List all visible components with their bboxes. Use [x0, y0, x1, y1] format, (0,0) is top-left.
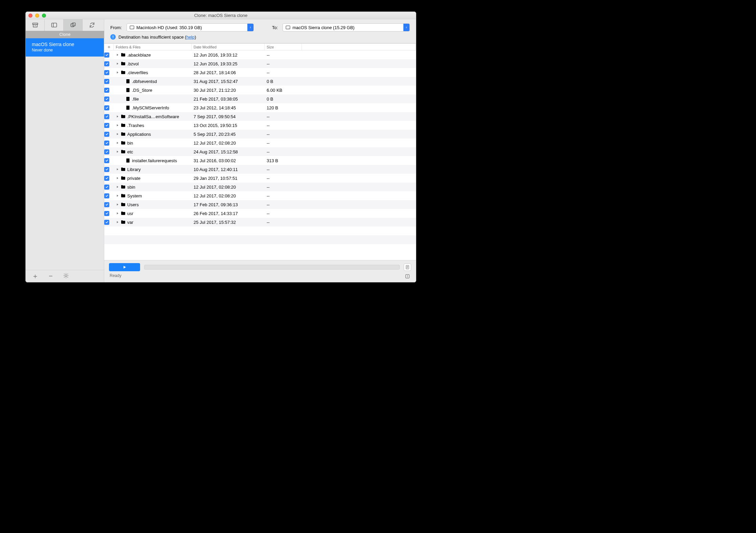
disclosure-triangle[interactable]: [116, 141, 119, 145]
row-checkbox[interactable]: [104, 79, 109, 84]
destination-selector[interactable]: macOS Sierra clone (15.29 GB): [283, 23, 410, 31]
disclosure-triangle[interactable]: [116, 220, 119, 224]
row-size: 0 B: [265, 77, 302, 86]
row-size: --: [265, 191, 302, 200]
row-checkbox[interactable]: [104, 141, 109, 146]
table-row[interactable]: .MySCMServerInfo23 Jul 2012, 14:18:45120…: [104, 103, 416, 112]
row-name: .DS_Store: [132, 88, 152, 93]
table-row[interactable]: .file21 Feb 2017, 03:38:050 B: [104, 94, 416, 103]
row-size: 120 B: [265, 103, 302, 112]
table-row[interactable]: installer.failurerequests31 Jul 2016, 03…: [104, 156, 416, 165]
row-checkbox[interactable]: [104, 61, 109, 66]
run-button[interactable]: [109, 263, 140, 271]
disclosure-triangle[interactable]: [116, 150, 119, 153]
table-row[interactable]: etc24 Aug 2017, 15:12:58--: [104, 147, 416, 156]
disclosure-triangle[interactable]: [116, 115, 119, 118]
disclosure-triangle[interactable]: [116, 53, 119, 57]
row-checkbox[interactable]: [104, 114, 109, 119]
row-size: --: [265, 183, 302, 191]
issues-button[interactable]: [404, 273, 410, 279]
disclosure-triangle[interactable]: [116, 168, 119, 171]
table-row[interactable]: Library10 Aug 2017, 12:40:11--: [104, 165, 416, 174]
table-row[interactable]: .PKInstallSa…emSoftware7 Sep 2017, 09:50…: [104, 112, 416, 121]
row-size: --: [265, 138, 302, 147]
remove-task-button[interactable]: −: [49, 272, 53, 280]
mode-label: Clone: [26, 31, 104, 38]
destination-display: macOS Sierra clone (15.29 GB): [291, 25, 403, 30]
table-body[interactable]: .abackblaze12 Jun 2016, 19:33:12--.bzvol…: [104, 50, 416, 260]
table-row[interactable]: System12 Jul 2017, 02:08:20--: [104, 191, 416, 200]
row-checkbox[interactable]: [104, 176, 109, 181]
hd-icon: [285, 25, 291, 30]
row-date: 23 Jul 2012, 14:18:45: [192, 103, 265, 112]
mode-tabs: [26, 19, 104, 31]
row-checkbox[interactable]: [104, 105, 109, 110]
disclosure-triangle[interactable]: [116, 203, 119, 206]
table-row[interactable]: Applications5 Sep 2017, 20:23:45--: [104, 130, 416, 138]
mode-clone-tab[interactable]: [64, 19, 83, 31]
system-folder-icon: [120, 193, 126, 198]
row-name: .dbfseventsd: [132, 79, 157, 84]
disclosure-triangle[interactable]: [116, 132, 119, 136]
to-label: To:: [272, 25, 278, 30]
column-name[interactable]: Folders & Files: [114, 44, 192, 50]
source-selector[interactable]: Macintosh HD (Used: 350.19 GB): [127, 23, 254, 31]
table-row[interactable]: bin12 Jul 2017, 02:08:20--: [104, 138, 416, 147]
row-checkbox[interactable]: [104, 149, 109, 154]
row-checkbox[interactable]: [104, 132, 109, 137]
add-task-button[interactable]: ＋: [32, 272, 39, 281]
table-row[interactable]: Users17 Feb 2017, 09:36:13--: [104, 200, 416, 209]
table-row[interactable]: .abackblaze12 Jun 2016, 19:33:12--: [104, 50, 416, 59]
row-name: Users: [127, 202, 139, 207]
table-row[interactable]: .dbfseventsd31 Aug 2017, 15:52:470 B: [104, 77, 416, 86]
mode-sidebar-tab[interactable]: [45, 19, 64, 31]
row-checkbox[interactable]: [104, 52, 109, 58]
table-row[interactable]: .bzvol12 Jun 2016, 19:33:25--: [104, 59, 416, 68]
table-row[interactable]: .DS_Store30 Jul 2017, 21:12:206.00 KB: [104, 86, 416, 94]
disclosure-triangle[interactable]: [116, 124, 119, 127]
select-all-header[interactable]: [104, 44, 114, 50]
disclosure-triangle[interactable]: [116, 62, 119, 65]
row-checkbox[interactable]: [104, 70, 109, 75]
help-link[interactable]: help: [186, 35, 195, 40]
row-date: 10 Aug 2017, 12:40:11: [192, 165, 265, 174]
row-checkbox[interactable]: [104, 167, 109, 172]
log-button[interactable]: [404, 263, 411, 271]
warning-text: Destination has insufficient space (help…: [118, 35, 196, 40]
row-checkbox[interactable]: [104, 211, 109, 216]
table-row[interactable]: .cleverfiles28 Jul 2017, 18:14:06--: [104, 68, 416, 77]
settings-button[interactable]: [63, 273, 69, 280]
disclosure-triangle[interactable]: [116, 212, 119, 215]
task-item-selected[interactable]: macOS Sierra clone Never done: [26, 38, 104, 57]
mode-sync-tab[interactable]: [83, 19, 102, 31]
column-size[interactable]: Size: [265, 44, 302, 50]
row-checkbox[interactable]: [104, 185, 109, 190]
row-checkbox[interactable]: [104, 193, 109, 198]
row-checkbox[interactable]: [104, 88, 109, 93]
disclosure-triangle[interactable]: [116, 194, 119, 197]
row-name: sbin: [127, 185, 135, 190]
table-row-empty: [104, 227, 416, 235]
row-date: 25 Jul 2017, 15:57:32: [192, 218, 265, 227]
table-row[interactable]: var25 Jul 2017, 15:57:32--: [104, 218, 416, 227]
column-date[interactable]: Date Modified: [192, 44, 265, 50]
table-row[interactable]: sbin12 Jul 2017, 02:08:20--: [104, 183, 416, 191]
disclosure-triangle[interactable]: [116, 185, 119, 189]
row-date: 12 Jul 2017, 02:08:20: [192, 138, 265, 147]
row-checkbox[interactable]: [104, 123, 109, 128]
row-size: 313 B: [265, 156, 302, 165]
row-checkbox[interactable]: [104, 220, 109, 225]
table-row[interactable]: .Trashes13 Oct 2015, 19:50:15--: [104, 121, 416, 130]
table-row[interactable]: private29 Jan 2017, 10:57:51--: [104, 174, 416, 183]
source-dest-row: From: Macintosh HD (Used: 350.19 GB) To:…: [104, 19, 416, 34]
table-row[interactable]: usr26 Feb 2017, 14:33:17--: [104, 209, 416, 218]
row-size: --: [265, 112, 302, 121]
row-checkbox[interactable]: [104, 202, 109, 207]
disclosure-triangle[interactable]: [116, 71, 119, 74]
mode-archive-tab[interactable]: [26, 19, 45, 31]
exec-file-icon: [125, 105, 131, 110]
row-checkbox[interactable]: [104, 97, 109, 102]
row-date: 12 Jul 2017, 02:08:20: [192, 191, 265, 200]
disclosure-triangle[interactable]: [116, 176, 119, 180]
row-checkbox[interactable]: [104, 158, 109, 163]
